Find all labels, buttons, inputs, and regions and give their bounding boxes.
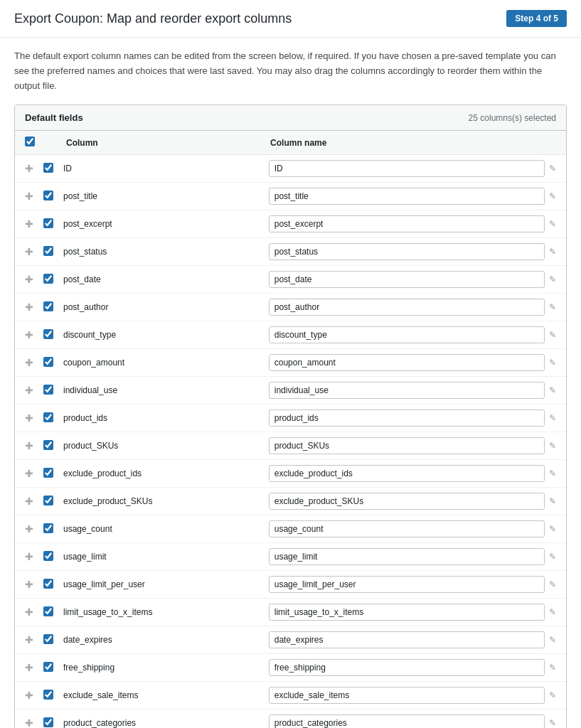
row-checkbox[interactable] xyxy=(43,662,53,672)
drag-handle-icon[interactable]: ✚ xyxy=(25,357,39,368)
table-row: ✚ product_categories ✎ xyxy=(15,710,566,728)
column-name-input[interactable] xyxy=(269,188,545,205)
column-name-input[interactable] xyxy=(269,326,545,343)
row-checkbox[interactable] xyxy=(43,690,53,700)
edit-icon[interactable]: ✎ xyxy=(549,496,556,506)
edit-icon[interactable]: ✎ xyxy=(549,524,556,534)
row-checkbox[interactable] xyxy=(43,523,53,533)
column-name-input[interactable] xyxy=(269,520,545,537)
column-value: free_shipping xyxy=(63,663,269,673)
edit-icon[interactable]: ✎ xyxy=(549,635,556,645)
column-value: ID xyxy=(63,164,269,173)
select-all-checkbox[interactable] xyxy=(25,136,35,146)
column-name-input[interactable] xyxy=(269,604,545,621)
row-checkbox[interactable] xyxy=(43,468,53,478)
column-name-input[interactable] xyxy=(269,271,545,288)
name-header: Column name xyxy=(270,138,556,148)
default-fields-header: Default fields 25 columns(s) selected xyxy=(15,105,566,131)
column-name-input[interactable] xyxy=(269,299,545,316)
drag-handle-icon[interactable]: ✚ xyxy=(25,218,39,230)
edit-icon[interactable]: ✎ xyxy=(549,330,556,340)
row-checkbox[interactable] xyxy=(43,357,53,367)
column-name-input[interactable] xyxy=(269,354,545,371)
row-checkbox[interactable] xyxy=(43,412,53,422)
edit-icon[interactable]: ✎ xyxy=(549,552,556,562)
drag-handle-icon[interactable]: ✚ xyxy=(25,191,39,202)
drag-handle-icon[interactable]: ✚ xyxy=(25,690,39,701)
edit-icon[interactable]: ✎ xyxy=(549,663,556,673)
column-name-input[interactable] xyxy=(269,548,545,565)
drag-handle-icon[interactable]: ✚ xyxy=(25,662,39,673)
row-checkbox[interactable] xyxy=(43,717,53,727)
row-checkbox[interactable] xyxy=(43,551,53,561)
row-checkbox[interactable] xyxy=(43,218,53,228)
column-name-input[interactable] xyxy=(269,576,545,593)
column-name-input[interactable] xyxy=(269,410,545,427)
column-name-input[interactable] xyxy=(269,687,545,704)
row-checkbox[interactable] xyxy=(43,274,53,284)
row-checkbox[interactable] xyxy=(43,440,53,450)
table-row: ✚ exclude_product_ids ✎ xyxy=(15,460,566,488)
row-checkbox[interactable] xyxy=(43,634,53,644)
drag-handle-icon[interactable]: ✚ xyxy=(25,246,39,257)
row-checkbox[interactable] xyxy=(43,496,53,505)
drag-handle-icon[interactable]: ✚ xyxy=(25,551,39,562)
edit-icon[interactable]: ✎ xyxy=(549,469,556,478)
edit-icon[interactable]: ✎ xyxy=(549,690,556,700)
edit-icon[interactable]: ✎ xyxy=(549,164,556,173)
edit-icon[interactable]: ✎ xyxy=(549,413,556,423)
column-value: post_date xyxy=(63,274,269,284)
name-cell: ✎ xyxy=(269,354,556,371)
column-name-input[interactable] xyxy=(269,714,545,728)
edit-icon[interactable]: ✎ xyxy=(549,302,556,312)
column-name-input[interactable] xyxy=(269,631,545,648)
drag-handle-icon[interactable]: ✚ xyxy=(25,468,39,479)
table-row: ✚ discount_type ✎ xyxy=(15,321,566,349)
row-checkbox[interactable] xyxy=(43,606,53,616)
edit-icon[interactable]: ✎ xyxy=(549,607,556,617)
column-name-input[interactable] xyxy=(269,493,545,510)
column-name-input[interactable] xyxy=(269,215,545,232)
column-name-input[interactable] xyxy=(269,160,545,177)
edit-icon[interactable]: ✎ xyxy=(549,191,556,201)
table-row: ✚ limit_usage_to_x_items ✎ xyxy=(15,599,566,626)
name-cell: ✎ xyxy=(269,714,556,728)
column-name-input[interactable] xyxy=(269,465,545,482)
edit-icon[interactable]: ✎ xyxy=(549,441,556,451)
row-checkbox[interactable] xyxy=(43,191,53,200)
drag-handle-icon[interactable]: ✚ xyxy=(25,496,39,507)
name-cell: ✎ xyxy=(269,548,556,565)
edit-icon[interactable]: ✎ xyxy=(549,274,556,284)
name-cell: ✎ xyxy=(269,604,556,621)
drag-handle-icon[interactable]: ✚ xyxy=(25,163,39,174)
name-cell: ✎ xyxy=(269,687,556,704)
drag-handle-icon[interactable]: ✚ xyxy=(25,412,39,424)
row-checkbox[interactable] xyxy=(43,385,53,395)
drag-handle-icon[interactable]: ✚ xyxy=(25,274,39,285)
column-name-input[interactable] xyxy=(269,437,545,454)
row-checkbox[interactable] xyxy=(43,163,53,173)
edit-icon[interactable]: ✎ xyxy=(549,358,556,368)
edit-icon[interactable]: ✎ xyxy=(549,579,556,589)
drag-handle-icon[interactable]: ✚ xyxy=(25,440,39,451)
drag-handle-icon[interactable]: ✚ xyxy=(25,523,39,535)
drag-handle-icon[interactable]: ✚ xyxy=(25,579,39,590)
drag-handle-icon[interactable]: ✚ xyxy=(25,634,39,646)
drag-handle-icon[interactable]: ✚ xyxy=(25,301,39,313)
row-checkbox[interactable] xyxy=(43,579,53,589)
column-name-input[interactable] xyxy=(269,243,545,260)
edit-icon[interactable]: ✎ xyxy=(549,718,556,728)
edit-icon[interactable]: ✎ xyxy=(549,219,556,229)
drag-handle-icon[interactable]: ✚ xyxy=(25,329,39,341)
edit-icon[interactable]: ✎ xyxy=(549,247,556,257)
row-checkbox[interactable] xyxy=(43,246,53,256)
column-name-input[interactable] xyxy=(269,382,545,399)
edit-icon[interactable]: ✎ xyxy=(549,385,556,395)
drag-handle-icon[interactable]: ✚ xyxy=(25,385,39,396)
drag-handle-icon[interactable]: ✚ xyxy=(25,606,39,618)
column-name-input[interactable] xyxy=(269,659,545,676)
row-checkbox[interactable] xyxy=(43,301,53,311)
page-description: The default export column names can be e… xyxy=(0,38,581,105)
drag-handle-icon[interactable]: ✚ xyxy=(25,717,39,728)
row-checkbox[interactable] xyxy=(43,329,53,339)
